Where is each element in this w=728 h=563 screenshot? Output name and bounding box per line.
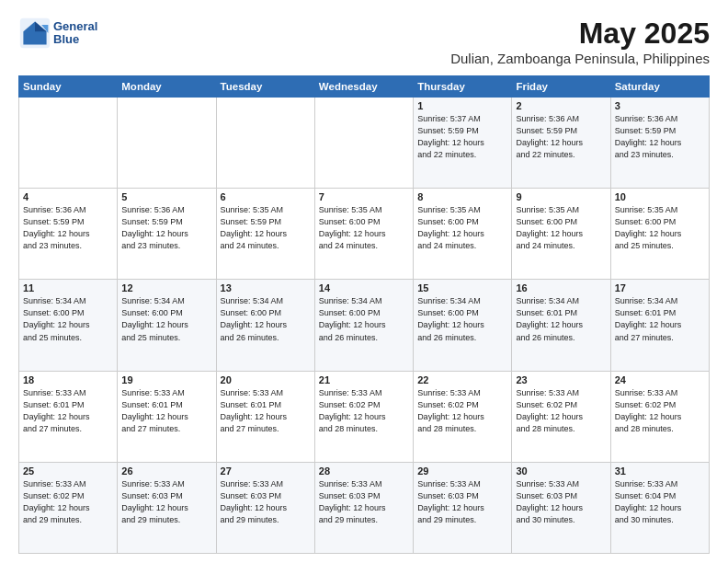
day-number: 7: [319, 191, 409, 202]
logo: General Blue: [18, 17, 97, 50]
day-info: Sunrise: 5:34 AM Sunset: 6:00 PM Dayligh…: [221, 295, 311, 343]
calendar-cell: 5Sunrise: 5:36 AM Sunset: 5:59 PM Daylig…: [118, 189, 216, 280]
day-info: Sunrise: 5:33 AM Sunset: 6:02 PM Dayligh…: [516, 387, 606, 435]
day-info: Sunrise: 5:34 AM Sunset: 6:00 PM Dayligh…: [417, 295, 507, 343]
calendar-cell: 29Sunrise: 5:33 AM Sunset: 6:03 PM Dayli…: [414, 462, 512, 553]
calendar-cell: [19, 98, 118, 189]
day-number: 4: [23, 191, 113, 202]
calendar-cell: 26Sunrise: 5:33 AM Sunset: 6:03 PM Dayli…: [118, 462, 216, 553]
day-info: Sunrise: 5:36 AM Sunset: 5:59 PM Dayligh…: [23, 204, 113, 252]
day-number: 27: [221, 465, 311, 477]
week-row: 4Sunrise: 5:36 AM Sunset: 5:59 PM Daylig…: [19, 189, 710, 280]
day-info: Sunrise: 5:33 AM Sunset: 6:02 PM Dayligh…: [319, 387, 409, 435]
day-number: 1: [417, 100, 507, 111]
day-info: Sunrise: 5:33 AM Sunset: 6:01 PM Dayligh…: [121, 387, 211, 435]
week-row: 11Sunrise: 5:34 AM Sunset: 6:00 PM Dayli…: [19, 280, 710, 371]
day-number: 10: [615, 191, 705, 202]
calendar-cell: 23Sunrise: 5:33 AM Sunset: 6:02 PM Dayli…: [512, 371, 610, 462]
day-info: Sunrise: 5:33 AM Sunset: 6:02 PM Dayligh…: [23, 478, 113, 526]
day-number: 31: [615, 465, 705, 477]
day-number: 13: [221, 282, 311, 293]
calendar-cell: 3Sunrise: 5:36 AM Sunset: 5:59 PM Daylig…: [610, 98, 709, 189]
calendar-cell: 18Sunrise: 5:33 AM Sunset: 6:01 PM Dayli…: [19, 371, 118, 462]
calendar-cell: 25Sunrise: 5:33 AM Sunset: 6:02 PM Dayli…: [19, 462, 118, 553]
day-info: Sunrise: 5:33 AM Sunset: 6:03 PM Dayligh…: [417, 478, 507, 526]
calendar-cell: 16Sunrise: 5:34 AM Sunset: 6:01 PM Dayli…: [512, 280, 610, 371]
weekday-row: SundayMondayTuesdayWednesdayThursdayFrid…: [19, 76, 710, 98]
day-number: 11: [23, 282, 113, 293]
calendar-cell: [314, 98, 413, 189]
calendar-cell: 20Sunrise: 5:33 AM Sunset: 6:01 PM Dayli…: [216, 371, 314, 462]
day-info: Sunrise: 5:34 AM Sunset: 6:00 PM Dayligh…: [319, 295, 409, 343]
day-number: 30: [516, 465, 606, 477]
day-info: Sunrise: 5:35 AM Sunset: 5:59 PM Dayligh…: [221, 204, 311, 252]
calendar-cell: 1Sunrise: 5:37 AM Sunset: 5:59 PM Daylig…: [414, 98, 512, 189]
weekday-header: Tuesday: [216, 76, 314, 98]
week-row: 25Sunrise: 5:33 AM Sunset: 6:02 PM Dayli…: [19, 462, 710, 553]
day-number: 9: [516, 191, 606, 202]
day-number: 26: [121, 465, 211, 477]
day-info: Sunrise: 5:33 AM Sunset: 6:03 PM Dayligh…: [121, 478, 211, 526]
day-number: 8: [417, 191, 507, 202]
calendar-cell: 11Sunrise: 5:34 AM Sunset: 6:00 PM Dayli…: [19, 280, 118, 371]
calendar-cell: 4Sunrise: 5:36 AM Sunset: 5:59 PM Daylig…: [19, 189, 118, 280]
calendar-cell: 21Sunrise: 5:33 AM Sunset: 6:02 PM Dayli…: [314, 371, 413, 462]
header: General Blue May 2025 Dulian, Zamboanga …: [18, 17, 710, 66]
page: General Blue May 2025 Dulian, Zamboanga …: [0, 0, 728, 563]
calendar-cell: [118, 98, 216, 189]
calendar-cell: 6Sunrise: 5:35 AM Sunset: 5:59 PM Daylig…: [216, 189, 314, 280]
day-number: 23: [516, 374, 606, 385]
weekday-header: Sunday: [19, 76, 118, 98]
calendar-table: SundayMondayTuesdayWednesdayThursdayFrid…: [18, 75, 710, 554]
day-number: 19: [121, 374, 211, 385]
calendar-cell: 8Sunrise: 5:35 AM Sunset: 6:00 PM Daylig…: [414, 189, 512, 280]
calendar-cell: 22Sunrise: 5:33 AM Sunset: 6:02 PM Dayli…: [414, 371, 512, 462]
calendar-cell: 12Sunrise: 5:34 AM Sunset: 6:00 PM Dayli…: [118, 280, 216, 371]
calendar-cell: 30Sunrise: 5:33 AM Sunset: 6:03 PM Dayli…: [512, 462, 610, 553]
calendar-cell: 24Sunrise: 5:33 AM Sunset: 6:02 PM Dayli…: [610, 371, 709, 462]
calendar-header: SundayMondayTuesdayWednesdayThursdayFrid…: [19, 76, 710, 98]
day-number: 15: [417, 282, 507, 293]
day-info: Sunrise: 5:33 AM Sunset: 6:01 PM Dayligh…: [23, 387, 113, 435]
weekday-header: Saturday: [610, 76, 709, 98]
calendar-cell: 2Sunrise: 5:36 AM Sunset: 5:59 PM Daylig…: [512, 98, 610, 189]
title-block: May 2025 Dulian, Zamboanga Peninsula, Ph…: [450, 17, 710, 66]
day-info: Sunrise: 5:34 AM Sunset: 6:00 PM Dayligh…: [23, 295, 113, 343]
day-info: Sunrise: 5:35 AM Sunset: 6:00 PM Dayligh…: [516, 204, 606, 252]
calendar-cell: 28Sunrise: 5:33 AM Sunset: 6:03 PM Dayli…: [314, 462, 413, 553]
day-info: Sunrise: 5:35 AM Sunset: 6:00 PM Dayligh…: [615, 204, 705, 252]
day-number: 3: [615, 100, 705, 111]
day-number: 16: [516, 282, 606, 293]
day-number: 28: [319, 465, 409, 477]
calendar-cell: 27Sunrise: 5:33 AM Sunset: 6:03 PM Dayli…: [216, 462, 314, 553]
day-info: Sunrise: 5:35 AM Sunset: 6:00 PM Dayligh…: [319, 204, 409, 252]
logo-text: General Blue: [53, 20, 97, 47]
day-info: Sunrise: 5:34 AM Sunset: 6:00 PM Dayligh…: [121, 295, 211, 343]
day-number: 6: [221, 191, 311, 202]
logo-line2: Blue: [53, 33, 97, 46]
day-number: 20: [221, 374, 311, 385]
day-number: 25: [23, 465, 113, 477]
day-number: 22: [417, 374, 507, 385]
day-info: Sunrise: 5:33 AM Sunset: 6:03 PM Dayligh…: [516, 478, 606, 526]
day-info: Sunrise: 5:34 AM Sunset: 6:01 PM Dayligh…: [615, 295, 705, 343]
calendar-cell: 13Sunrise: 5:34 AM Sunset: 6:00 PM Dayli…: [216, 280, 314, 371]
day-number: 2: [516, 100, 606, 111]
calendar-cell: 31Sunrise: 5:33 AM Sunset: 6:04 PM Dayli…: [610, 462, 709, 553]
day-number: 21: [319, 374, 409, 385]
day-info: Sunrise: 5:34 AM Sunset: 6:01 PM Dayligh…: [516, 295, 606, 343]
month-year: May 2025: [450, 17, 710, 51]
day-number: 24: [615, 374, 705, 385]
day-number: 18: [23, 374, 113, 385]
day-info: Sunrise: 5:33 AM Sunset: 6:03 PM Dayligh…: [221, 478, 311, 526]
week-row: 1Sunrise: 5:37 AM Sunset: 5:59 PM Daylig…: [19, 98, 710, 189]
calendar-cell: 9Sunrise: 5:35 AM Sunset: 6:00 PM Daylig…: [512, 189, 610, 280]
calendar-cell: 17Sunrise: 5:34 AM Sunset: 6:01 PM Dayli…: [610, 280, 709, 371]
calendar-cell: 14Sunrise: 5:34 AM Sunset: 6:00 PM Dayli…: [314, 280, 413, 371]
weekday-header: Thursday: [414, 76, 512, 98]
weekday-header: Friday: [512, 76, 610, 98]
day-number: 12: [121, 282, 211, 293]
day-number: 14: [319, 282, 409, 293]
day-info: Sunrise: 5:33 AM Sunset: 6:01 PM Dayligh…: [221, 387, 311, 435]
day-number: 29: [417, 465, 507, 477]
